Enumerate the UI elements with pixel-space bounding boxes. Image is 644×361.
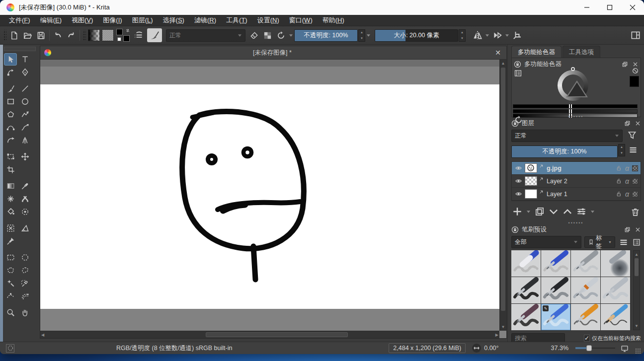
brush-size-spinner[interactable]: ▲▼ (459, 29, 466, 42)
horizontal-scrollbar[interactable]: ◀ ▶ (40, 331, 499, 338)
lock-icon[interactable] (511, 120, 519, 127)
close-panel-icon[interactable] (635, 226, 641, 233)
preserve-alpha-button[interactable] (261, 29, 274, 42)
menu-s[interactable]: 选择(S) (158, 14, 189, 26)
brush-preset-pen-silver-orange[interactable] (571, 277, 600, 303)
undo-button[interactable] (51, 29, 65, 42)
inherit-alpha-icon[interactable] (632, 165, 638, 171)
fit-to-screen-icon[interactable] (620, 344, 629, 353)
menu-h[interactable]: 帮助(H) (318, 14, 349, 26)
close-button[interactable] (621, 0, 644, 15)
tool-line[interactable] (18, 82, 31, 95)
canvas-pasteboard[interactable] (40, 60, 499, 331)
tool-gradient[interactable] (4, 180, 17, 192)
tool-freehand-brush[interactable] (4, 82, 17, 95)
layer-visibility-icon[interactable] (512, 164, 525, 172)
brush-preset-pencil-blue[interactable] (601, 304, 630, 330)
layer-name[interactable]: g.jpg (547, 165, 616, 172)
scroll-up-arrow[interactable]: ▲ (634, 251, 640, 258)
eraser-mode-button[interactable] (247, 29, 261, 42)
scroll-up-arrow[interactable]: ▲ (500, 60, 506, 67)
search-in-tag-checkbox[interactable]: ✓ (584, 335, 590, 342)
minimize-button[interactable] (575, 0, 598, 15)
swap-colors-icon[interactable] (125, 28, 130, 33)
redo-button[interactable] (65, 29, 78, 42)
float-panel-icon[interactable] (624, 120, 631, 127)
layer-thumbnail[interactable] (525, 189, 537, 199)
vertical-scrollbar[interactable]: ▲ ▼ (499, 60, 506, 331)
layer-lock-icon[interactable] (616, 178, 622, 184)
reload-preset-button[interactable] (274, 29, 288, 42)
layer-properties-button[interactable] (575, 206, 587, 217)
lock-icon[interactable] (511, 226, 519, 233)
inherit-alpha-icon[interactable] (632, 191, 638, 197)
tool-enclose-fill[interactable] (18, 206, 31, 218)
tool-rect-select[interactable] (4, 251, 17, 264)
tool-similar-select[interactable] (4, 277, 17, 289)
tool-text[interactable] (18, 53, 31, 66)
tool-smart-patch[interactable] (4, 222, 17, 234)
save-button[interactable] (34, 29, 48, 42)
brush-scroll-thumb[interactable] (635, 258, 639, 276)
no-color-icon[interactable] (632, 67, 639, 74)
blend-mode-dropdown[interactable]: 正常 (166, 29, 245, 42)
brush-preset-ink-pen-black[interactable] (511, 277, 541, 303)
chevron-down-icon[interactable] (504, 34, 510, 37)
tool-magnetic-select[interactable] (18, 290, 31, 302)
canvas[interactable] (40, 84, 499, 309)
close-panel-icon[interactable] (632, 61, 639, 68)
vertical-scroll-thumb[interactable] (501, 68, 505, 311)
menu-t[interactable]: 工具(T) (221, 14, 252, 26)
menu-e[interactable]: 编辑(E) (35, 14, 67, 26)
selection-mode-icon[interactable] (6, 344, 14, 353)
scroll-right-arrow[interactable]: ▶ (495, 332, 498, 338)
tool-multibrush[interactable] (18, 134, 31, 146)
tool-fill[interactable] (4, 206, 17, 218)
wrap-around-mode-button[interactable] (510, 29, 524, 42)
tool-polyline[interactable] (18, 108, 31, 121)
layer-alpha-lock-icon[interactable]: α (625, 164, 629, 172)
layer-opacity-spinner[interactable]: ▲▼ (618, 144, 625, 156)
tool-move[interactable] (18, 150, 31, 163)
layer-row[interactable]: g.jpgα (512, 162, 641, 175)
hue-marker[interactable] (571, 67, 575, 71)
brush-editor-button[interactable] (147, 28, 162, 42)
tool-pan[interactable] (18, 306, 31, 319)
brush-menu-icon[interactable] (619, 237, 629, 247)
brush-preset-airbrush-soft[interactable] (601, 250, 630, 277)
brush-preset-pen-silver[interactable] (601, 277, 630, 303)
scroll-down-arrow[interactable]: ▼ (634, 323, 640, 329)
choose-workspace-button[interactable] (629, 29, 642, 42)
tool-crop[interactable] (4, 163, 17, 176)
slider-marker[interactable] (569, 109, 572, 113)
layer-row[interactable]: Layer 1α (512, 188, 641, 201)
scroll-down-arrow[interactable]: ▼ (500, 324, 506, 330)
pattern-swatch[interactable] (102, 29, 114, 41)
tool-select-shapes[interactable] (4, 53, 17, 66)
color-selector-settings-icon[interactable] (514, 69, 522, 77)
tool-measure[interactable] (18, 222, 31, 234)
foreground-background-colors[interactable] (116, 29, 130, 42)
layer-opacity-slider[interactable]: 不透明度: 100% (511, 145, 618, 158)
layer-lock-icon[interactable] (616, 191, 622, 197)
tool-colorize-mask[interactable] (18, 193, 31, 205)
horizontal-scroll-thumb[interactable] (206, 332, 348, 337)
brush-preset-detail-brush-orange[interactable] (571, 304, 600, 330)
menu-n[interactable]: 设置(N) (252, 14, 284, 26)
tool-transform[interactable] (4, 150, 17, 163)
layer-row[interactable]: Layer 2α (512, 175, 641, 188)
menu-v[interactable]: 视图(V) (67, 14, 98, 26)
layer-visibility-icon[interactable] (512, 177, 525, 185)
canvas-rotation-icon[interactable] (472, 343, 482, 353)
layer-thumbnail[interactable] (525, 176, 537, 186)
brush-filter-dropdown[interactable]: 全部 (511, 236, 581, 248)
horizontal-mirror-button[interactable] (471, 29, 484, 42)
tool-dynamic-brush[interactable] (4, 134, 17, 146)
tool-ellipse[interactable] (18, 95, 31, 108)
brush-preset-eraser-soft-gray[interactable] (571, 250, 600, 277)
chevron-down-icon[interactable] (288, 34, 294, 37)
layer-filter-icon[interactable] (627, 130, 638, 141)
duplicate-layer-button[interactable] (534, 206, 546, 217)
tool-bezier-curve[interactable] (4, 121, 17, 134)
brush-preset-chooser-icon[interactable] (132, 29, 145, 42)
